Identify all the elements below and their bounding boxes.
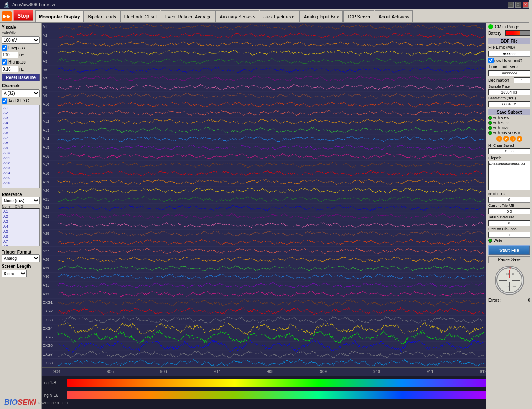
- channel-item-A1[interactable]: A1: [2, 105, 39, 110]
- yscale-label: Y-scale: [2, 25, 40, 30]
- minimize-button[interactable]: −: [508, 2, 514, 8]
- add-exg-label: Add 8 EXG: [8, 99, 29, 103]
- sample-rate-label: Sample Rate: [488, 84, 530, 89]
- channel-item-A16[interactable]: A16: [2, 180, 39, 185]
- svg-text:150: 150: [512, 285, 516, 288]
- channel-item-A3[interactable]: A3: [2, 115, 39, 120]
- reset-baseline-button[interactable]: Reset Baseline: [2, 74, 40, 81]
- num-badge-4: 4: [517, 136, 522, 142]
- highpass-input[interactable]: [2, 66, 18, 72]
- trig-9-16-bar: [67, 391, 486, 399]
- cm-in-range-indicator: [488, 24, 493, 29]
- tabs-container: Monopolar DisplayBipolar LeadsElectrode …: [35, 9, 413, 22]
- with-sens-label: with Sens: [493, 121, 509, 125]
- errors-row: Errors: 0: [488, 298, 530, 302]
- with-aib-label: with AIB AD-Box: [493, 131, 521, 135]
- bandwidth-label: Bandwidth (3dB): [488, 96, 530, 100]
- time-label-912: 912: [480, 369, 486, 374]
- stop-button[interactable]: Stop: [13, 10, 33, 21]
- nr-chan-saved-label: Nr Chan Saved: [488, 143, 530, 147]
- channel-item-A13[interactable]: A13: [2, 165, 39, 170]
- lowpass-input[interactable]: [2, 52, 18, 58]
- window-controls: − □ ✕: [508, 2, 529, 8]
- svg-text:330: 330: [506, 273, 511, 275]
- file-limit-input[interactable]: [488, 51, 530, 57]
- channel-item-A6[interactable]: A6: [2, 130, 39, 135]
- tab-jazz[interactable]: Jazz Eyetracker: [260, 10, 300, 22]
- tab-tcp[interactable]: TCP Server: [343, 10, 374, 22]
- with-jazz-row: with Jazz: [488, 126, 530, 130]
- lowpass-checkbox[interactable]: [2, 45, 7, 51]
- trigger-select[interactable]: Analog: [2, 254, 40, 262]
- tab-electrode_offset[interactable]: Electrode Offset: [120, 10, 161, 22]
- channel-item-A12[interactable]: A12: [2, 160, 39, 165]
- highpass-checkbox[interactable]: [2, 59, 7, 65]
- screen-length-select[interactable]: 8 sec 4 sec 16 sec: [2, 270, 27, 277]
- new-file-label: new file on limit?: [494, 58, 522, 63]
- ref-channel-item-A7[interactable]: A7: [2, 239, 39, 244]
- start-file-button[interactable]: Start File: [488, 245, 530, 255]
- channel-item-A2[interactable]: A2: [2, 110, 39, 115]
- compass-svg: N 330 30 210 150: [496, 267, 523, 294]
- filepath-label: Filepath: [488, 156, 530, 160]
- time-label-906: 906: [160, 369, 167, 374]
- tab-aux[interactable]: Auxiliary Sensors: [216, 10, 259, 22]
- ref-channel-item-A1[interactable]: A1: [2, 209, 39, 214]
- ref-channel-item-A5[interactable]: A5: [2, 229, 39, 234]
- highpass-unit: Hz: [19, 67, 24, 71]
- channel-item-A9[interactable]: A9: [2, 145, 39, 150]
- tab-monopolar[interactable]: Monopolar Display: [35, 10, 84, 22]
- channels-label: Channels: [2, 84, 40, 88]
- tab-era[interactable]: Event Related Average: [161, 10, 215, 22]
- ref-channel-item-A4[interactable]: A4: [2, 224, 39, 229]
- channel-item-A5[interactable]: A5: [2, 125, 39, 130]
- screen-length-row: 8 sec 4 sec 16 sec: [2, 270, 40, 277]
- channel-item-A4[interactable]: A4: [2, 120, 39, 125]
- reference-section: Reference None (raw) None = CMS A1A2A3A4…: [2, 191, 40, 246]
- nr-files-label: Nr of Files: [488, 192, 530, 196]
- channel-item-A14[interactable]: A14: [2, 170, 39, 175]
- cm-in-range-row: CM in Range: [488, 24, 530, 29]
- channels-select[interactable]: A (32): [2, 89, 40, 97]
- close-button[interactable]: ✕: [523, 2, 529, 8]
- channel-item-A8[interactable]: A8: [2, 140, 39, 145]
- nav-bar: ▶▶ Stop Monopolar DisplayBipolar LeadsEl…: [0, 9, 532, 23]
- with-aib-row: with AIB AD-Box: [488, 131, 530, 135]
- svg-text:210: 210: [506, 285, 511, 288]
- num-badge-2: 2: [503, 136, 509, 142]
- pause-save-button[interactable]: Pause Save: [488, 256, 530, 263]
- with-jazz-indicator: [488, 126, 492, 130]
- add-exg-checkbox[interactable]: [2, 98, 7, 104]
- channel-item-A10[interactable]: A10: [2, 150, 39, 155]
- new-file-checkbox[interactable]: [488, 58, 494, 63]
- eeg-display[interactable]: [42, 23, 486, 367]
- tab-about[interactable]: About ActiView: [375, 10, 413, 22]
- ref-channel-item-A6[interactable]: A6: [2, 234, 39, 239]
- write-label: Write: [494, 239, 502, 243]
- num-badges: 1234: [488, 136, 530, 142]
- ref-channel-item-A2[interactable]: A2: [2, 214, 39, 219]
- channel-item-A15[interactable]: A15: [2, 175, 39, 180]
- time-limit-input[interactable]: [488, 70, 530, 76]
- time-axis: 904905906907908909910911912: [42, 367, 486, 376]
- decimation-input[interactable]: [514, 77, 530, 83]
- maximize-button[interactable]: □: [515, 2, 521, 8]
- reference-select[interactable]: None (raw): [2, 197, 40, 204]
- main-area: Y-scale Volts/div 100 uV 50 uV 200 uV Lo…: [0, 23, 532, 409]
- ref-channel-item-A3[interactable]: A3: [2, 219, 39, 224]
- title-bar: 🔬 ActiView806-Lores.vi − □ ✕: [0, 0, 532, 9]
- highpass-label: Highpass: [8, 60, 26, 64]
- bandwidth-value: 3334 Hz: [488, 101, 530, 107]
- ref-channel-item-A8[interactable]: A8: [2, 244, 39, 246]
- battery-row: Battery: [488, 30, 530, 36]
- write-row: Write: [488, 239, 530, 243]
- channel-item-A11[interactable]: A11: [2, 155, 39, 160]
- new-file-row: new file on limit?: [488, 58, 530, 63]
- save-subset-label: Save Subset: [488, 109, 530, 115]
- tab-bipolar[interactable]: Bipolar Leads: [84, 10, 120, 22]
- time-label-909: 909: [320, 369, 327, 374]
- volts-select[interactable]: 100 uV 50 uV 200 uV: [2, 36, 40, 44]
- tab-analog[interactable]: Analog Input Box: [300, 10, 343, 22]
- ref-channel-list: A1A2A3A4A5A6A7A8A9A10A11A12A13A14A15A16: [2, 208, 40, 246]
- channel-item-A7[interactable]: A7: [2, 135, 39, 140]
